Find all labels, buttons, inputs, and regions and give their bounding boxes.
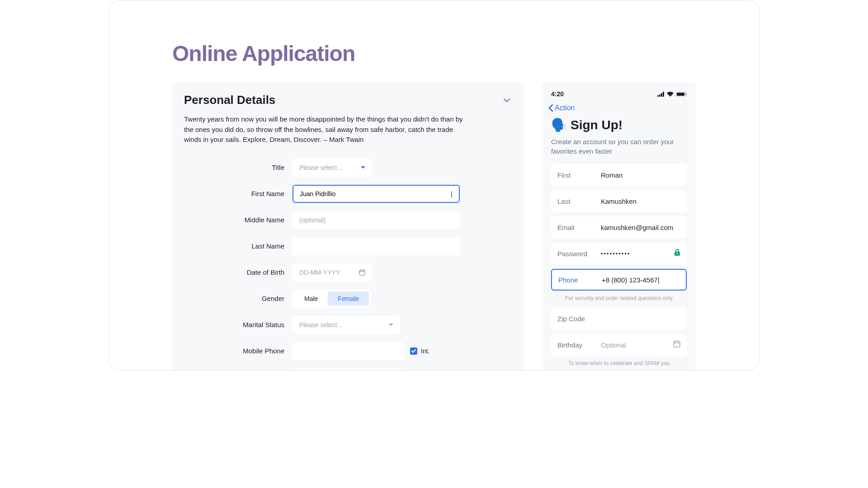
status-icons xyxy=(657,92,687,97)
row-first-name: First Name | xyxy=(184,185,512,203)
signup-title-text: Sign Up! xyxy=(571,118,623,132)
mobile-int-wrap[interactable]: Int. xyxy=(410,347,429,355)
homework-input[interactable]: (optional, with area code) xyxy=(292,368,404,371)
first-name-input[interactable]: | xyxy=(292,185,460,203)
last-name-input[interactable] xyxy=(292,237,460,255)
first-label: First xyxy=(557,171,592,179)
dob-input[interactable]: DD-MM-YYYY xyxy=(292,263,372,282)
svg-rect-4 xyxy=(663,92,664,97)
check-icon xyxy=(411,349,416,353)
password-value: •••••••••• xyxy=(601,250,665,257)
svg-rect-3 xyxy=(661,93,662,97)
row-homework: Home/Work Phone (optional, with area cod… xyxy=(184,368,512,371)
gender-toggle: Male Female xyxy=(292,290,371,308)
signal-icon xyxy=(657,92,665,97)
lock-icon xyxy=(674,249,680,258)
middle-name-placeholder: (optional) xyxy=(299,216,326,224)
caret-down-icon xyxy=(389,324,393,326)
app-canvas: Online Application Personal Details Twen… xyxy=(108,0,760,371)
first-value: Roman xyxy=(601,171,680,179)
row-mobile: Mobile Phone Int. xyxy=(184,342,512,360)
row-gender: Gender Male Female xyxy=(184,290,512,308)
collapse-toggle[interactable] xyxy=(501,95,512,106)
password-label: Password xyxy=(557,250,592,258)
calendar-icon xyxy=(673,340,680,349)
svg-rect-0 xyxy=(359,270,365,275)
birthday-placeholder: Optional xyxy=(601,341,664,349)
mobile-preview-panel: 4:20 Action 🗣️ Sign Up! Create an accoun… xyxy=(542,82,696,371)
signup-description: Create an account so you can order your … xyxy=(542,137,696,164)
svg-rect-10 xyxy=(674,342,680,347)
birthday-field[interactable]: Birthday Optional xyxy=(551,334,687,356)
label-first-name: First Name xyxy=(184,190,292,197)
phone-field[interactable]: Phone +8 (800) 123-4567| xyxy=(551,269,687,291)
mobile-input[interactable] xyxy=(292,342,404,360)
row-title: Title Please select... xyxy=(184,159,512,177)
svg-point-9 xyxy=(677,253,678,254)
zip-field[interactable]: Zip Code xyxy=(551,308,687,329)
first-field[interactable]: First Roman xyxy=(551,164,687,186)
dob-placeholder: DD-MM-YYYY xyxy=(299,269,340,276)
mobile-int-label: Int. xyxy=(421,347,429,355)
calendar-icon xyxy=(359,269,365,276)
zip-label: Zip Code xyxy=(557,315,585,323)
battery-icon xyxy=(676,92,687,97)
row-marital: Marital Status Please select... xyxy=(184,316,512,334)
marital-placeholder: Please select... xyxy=(299,321,342,328)
gender-female-button[interactable]: Female xyxy=(328,291,369,306)
marital-select[interactable]: Please select... xyxy=(292,316,400,334)
svg-rect-1 xyxy=(657,95,659,97)
label-middle-name: Middle Name xyxy=(184,216,292,224)
phone-helper-text: For security and order related questions… xyxy=(542,295,696,308)
row-dob: Date of Birth DD-MM-YYYY xyxy=(184,263,512,282)
svg-rect-2 xyxy=(659,94,660,97)
label-last-name: Last Name xyxy=(184,242,292,250)
last-field[interactable]: Last Kamushken xyxy=(551,190,687,212)
last-value: Kamushken xyxy=(601,197,680,205)
label-mobile: Mobile Phone xyxy=(184,347,292,355)
personal-details-panel: Personal Details Twenty years from now y… xyxy=(172,82,524,371)
birthday-helper-text: To know when to celebrate and SPAM you xyxy=(542,360,696,371)
chevron-down-icon xyxy=(504,99,510,102)
chevron-left-icon xyxy=(548,104,553,112)
label-dob: Date of Birth xyxy=(184,268,292,276)
speaking-head-icon: 🗣️ xyxy=(551,117,567,132)
row-last-name: Last Name xyxy=(184,237,512,255)
email-label: Email xyxy=(557,224,592,231)
status-bar: 4:20 xyxy=(542,88,696,102)
section-title: Personal Details xyxy=(184,93,275,107)
email-field[interactable]: Email kamushken@gmail.com xyxy=(551,216,687,238)
label-gender: Gender xyxy=(184,295,292,302)
middle-name-input[interactable]: (optional) xyxy=(292,211,460,229)
last-label: Last xyxy=(557,197,592,205)
section-quote: Twenty years from now you will be more d… xyxy=(184,114,464,145)
section-header: Personal Details xyxy=(184,93,512,107)
status-time: 4:20 xyxy=(551,90,564,98)
first-name-text[interactable] xyxy=(300,190,453,197)
nav-back-button[interactable]: Action xyxy=(542,102,696,117)
title-placeholder: Please select... xyxy=(299,164,342,171)
email-value: kamushken@gmail.com xyxy=(601,224,680,231)
page-title: Online Application xyxy=(172,41,759,66)
phone-value: +8 (800) 123-4567| xyxy=(602,276,679,284)
nav-back-label: Action xyxy=(555,104,575,112)
caret-down-icon xyxy=(361,166,365,169)
text-cursor: | xyxy=(658,276,660,284)
gender-male-button[interactable]: Male xyxy=(294,291,328,306)
label-title: Title xyxy=(184,164,292,171)
title-select[interactable]: Please select... xyxy=(292,159,372,177)
birthday-label: Birthday xyxy=(557,341,592,349)
mobile-int-checkbox[interactable] xyxy=(410,347,417,355)
wifi-icon xyxy=(667,92,674,97)
signup-title: 🗣️ Sign Up! xyxy=(542,117,696,137)
password-field[interactable]: Password •••••••••• xyxy=(551,243,687,264)
svg-rect-6 xyxy=(677,93,684,96)
phone-label: Phone xyxy=(558,276,593,284)
label-marital: Marital Status xyxy=(184,321,292,328)
text-cursor: | xyxy=(451,190,453,197)
svg-rect-7 xyxy=(686,93,687,95)
columns: Personal Details Twenty years from now y… xyxy=(109,82,759,371)
row-middle-name: Middle Name (optional) xyxy=(184,211,512,229)
